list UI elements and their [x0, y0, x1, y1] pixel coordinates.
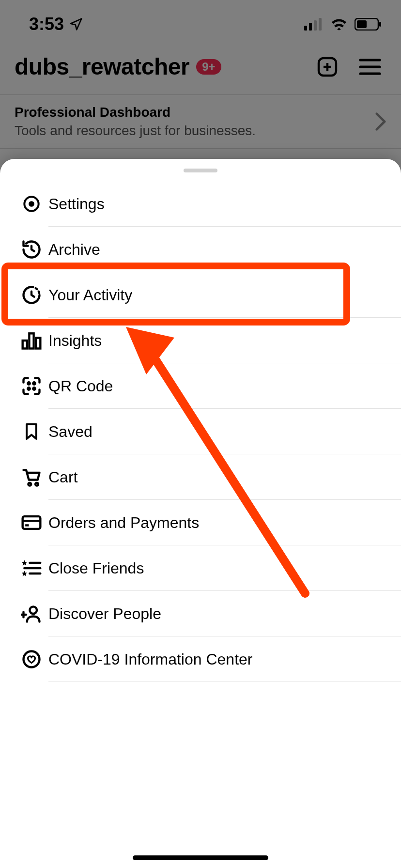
menu-item-covid-center[interactable]: COVID-19 Information Center [0, 636, 401, 682]
menu-item-saved[interactable]: Saved [0, 409, 401, 454]
menu-list: Settings Archive Your Activity [0, 181, 401, 682]
cart-icon [15, 466, 48, 488]
menu-item-settings[interactable]: Settings [0, 181, 401, 227]
menu-item-discover-people[interactable]: Discover People [0, 591, 401, 636]
svg-point-19 [33, 382, 35, 384]
svg-rect-16 [29, 333, 33, 348]
svg-point-18 [28, 382, 30, 384]
menu-label: Your Activity [48, 286, 132, 304]
menu-label: Cart [48, 468, 77, 486]
sheet-grabber[interactable] [184, 169, 217, 172]
clock-activity-icon [15, 284, 48, 306]
svg-point-14 [29, 201, 34, 207]
svg-point-20 [28, 388, 30, 389]
menu-label: Discover People [48, 605, 161, 623]
menu-item-insights[interactable]: Insights [0, 318, 401, 363]
menu-item-qr-code[interactable]: QR Code [0, 363, 401, 409]
options-sheet: Settings Archive Your Activity [0, 159, 401, 868]
svg-rect-15 [23, 341, 27, 349]
svg-point-23 [35, 483, 38, 486]
menu-label: Orders and Payments [48, 514, 199, 532]
menu-item-close-friends[interactable]: Close Friends [0, 545, 401, 591]
svg-rect-24 [23, 516, 41, 529]
home-indicator[interactable] [133, 855, 268, 860]
chart-icon [15, 330, 48, 351]
menu-item-archive[interactable]: Archive [0, 227, 401, 272]
card-icon [15, 513, 48, 532]
svg-point-35 [24, 651, 40, 667]
menu-item-your-activity[interactable]: Your Activity [0, 272, 401, 318]
menu-label: COVID-19 Information Center [48, 651, 253, 668]
menu-label: Archive [48, 241, 100, 259]
bookmark-icon [15, 421, 48, 442]
menu-item-cart[interactable]: Cart [0, 454, 401, 500]
qr-icon [15, 375, 48, 397]
svg-marker-30 [22, 571, 27, 576]
menu-label: Saved [48, 423, 93, 441]
history-icon [15, 239, 48, 260]
svg-point-21 [33, 388, 35, 389]
heart-circle-icon [15, 649, 48, 670]
add-person-icon [15, 603, 48, 624]
svg-point-32 [30, 606, 37, 614]
menu-item-orders-payments[interactable]: Orders and Payments [0, 500, 401, 545]
menu-label: Close Friends [48, 559, 144, 577]
svg-marker-27 [22, 560, 27, 566]
svg-rect-17 [36, 338, 40, 349]
star-list-icon [15, 558, 48, 578]
menu-label: Settings [48, 195, 105, 213]
gear-icon [15, 193, 48, 215]
menu-label: QR Code [48, 377, 113, 395]
menu-label: Insights [48, 332, 102, 350]
svg-point-22 [28, 483, 31, 486]
